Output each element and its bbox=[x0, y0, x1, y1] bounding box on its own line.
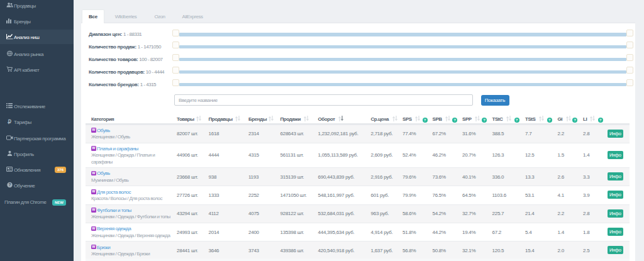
svg-text:?: ? bbox=[8, 182, 11, 187]
